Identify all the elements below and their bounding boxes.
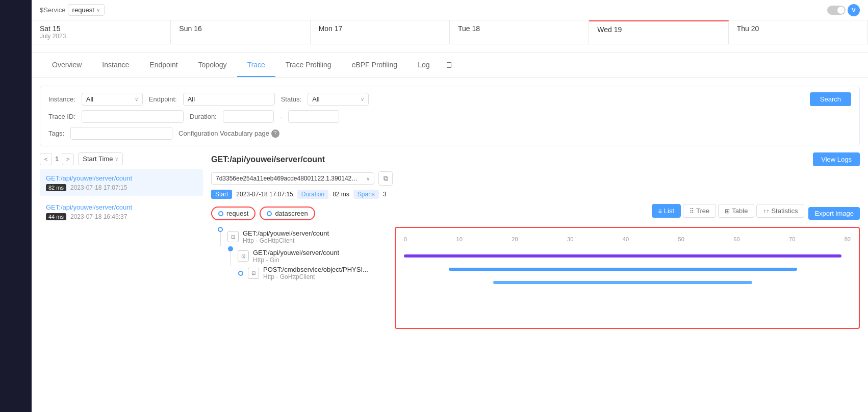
left-sidebar bbox=[0, 0, 32, 412]
tab-icon-note[interactable]: 🗒 bbox=[440, 54, 458, 77]
v-button[interactable]: V bbox=[848, 4, 860, 16]
trace-item-1[interactable]: GET:/api/youwei/server/count 44 ms 2023-… bbox=[40, 198, 203, 225]
ruler-80: 80 bbox=[845, 236, 851, 242]
tab-ebpf-profiling[interactable]: eBPF Profiling bbox=[342, 54, 407, 77]
help-icon[interactable]: ? bbox=[271, 130, 279, 138]
span-filter-datascreen[interactable]: datascreen bbox=[260, 207, 315, 220]
tree-icon: ⠿ bbox=[690, 208, 694, 215]
tab-trace-profiling[interactable]: Trace Profiling bbox=[275, 54, 342, 77]
timeline-bar-row-0 bbox=[404, 254, 851, 258]
instance-select[interactable]: All ∨ bbox=[82, 93, 143, 106]
calendar-days: Sat 15 July 2023 Sun 16 Mon 17 Tue 18 We… bbox=[32, 20, 868, 44]
timeline-ruler: 0 10 20 30 40 50 60 70 80 bbox=[404, 236, 851, 242]
calendar-day-mon17[interactable]: Mon 17 bbox=[311, 20, 450, 44]
search-button[interactable]: Search bbox=[810, 92, 851, 106]
trace-item-0[interactable]: GET:/api/youwei/server/count 82 ms 2023-… bbox=[40, 169, 203, 196]
ruler-30: 30 bbox=[567, 236, 573, 242]
view-statistics-button[interactable]: ↑↑ Statistics bbox=[756, 204, 804, 218]
trace-detail-title: GET:/api/youwei/server/count bbox=[211, 155, 325, 164]
span-filter-request[interactable]: request bbox=[211, 207, 256, 220]
tab-log[interactable]: Log bbox=[407, 54, 440, 77]
tab-trace[interactable]: Trace bbox=[237, 54, 275, 77]
list-icon: ≡ bbox=[658, 208, 662, 215]
tab-topology[interactable]: Topology bbox=[188, 54, 237, 77]
calendar-day-sun16[interactable]: Sun 16 bbox=[171, 20, 310, 44]
tree-label: Tree bbox=[696, 207, 709, 215]
span-dot-0 bbox=[218, 227, 223, 232]
status-select[interactable]: All ∨ bbox=[308, 93, 369, 106]
span-dot-2 bbox=[238, 271, 243, 276]
span-icon-0: ⊡ bbox=[227, 231, 239, 242]
app-wrapper: $Service request ∨ V Sat 15 July 2023 bbox=[0, 0, 868, 412]
trace-item-url-0: GET:/api/youwei/server/count bbox=[46, 174, 197, 182]
trace-id-selector[interactable]: 7d3356ee254a11eeb469acde48001122.1.39014… bbox=[211, 172, 374, 185]
trace-id-label: Trace ID: bbox=[48, 113, 75, 120]
duration-value: 82 ms bbox=[333, 191, 349, 198]
export-image-button[interactable]: Export image bbox=[808, 207, 860, 220]
status-value: All bbox=[312, 95, 319, 103]
service-chevron-icon: ∨ bbox=[96, 7, 100, 13]
list-label: List bbox=[664, 207, 674, 215]
ruler-40: 40 bbox=[623, 236, 629, 242]
copy-trace-id-button[interactable]: ⧉ bbox=[378, 171, 393, 186]
day-name-thu20: Thu 20 bbox=[737, 24, 859, 33]
trace-content: Instance: All ∨ Endpoint: All Status: Al… bbox=[32, 78, 868, 337]
trace-id-chevron-icon: ∨ bbox=[366, 176, 370, 182]
status-chevron-icon: ∨ bbox=[361, 96, 364, 102]
status-label: Status: bbox=[281, 95, 301, 103]
config-link[interactable]: Configuration Vocabulary page ? bbox=[178, 130, 279, 138]
sort-label: Start Time bbox=[83, 155, 113, 163]
calendar-day-thu20[interactable]: Thu 20 bbox=[729, 20, 868, 44]
ruler-10: 10 bbox=[456, 236, 463, 242]
ruler-0: 0 bbox=[404, 236, 407, 242]
view-list-button[interactable]: ≡ List bbox=[652, 204, 681, 218]
span-sub-0: Http - GoHttpClient bbox=[243, 237, 329, 244]
toggle-area: V bbox=[827, 4, 860, 16]
view-tree-button[interactable]: ⠿ Tree bbox=[683, 204, 716, 218]
trace-time-0: 2023-07-18 17:07:15 bbox=[70, 184, 127, 191]
tab-overview[interactable]: Overview bbox=[42, 54, 92, 77]
main-content: $Service request ∨ V Sat 15 July 2023 bbox=[32, 0, 868, 412]
endpoint-select[interactable]: All bbox=[183, 93, 275, 106]
instance-chevron-icon: ∨ bbox=[135, 96, 138, 102]
prev-page-button[interactable]: < bbox=[40, 153, 52, 165]
trace-list-header: < 1 > Start Time ∨ bbox=[40, 152, 203, 165]
ruler-70: 70 bbox=[789, 236, 795, 242]
tags-input[interactable] bbox=[70, 127, 172, 140]
trace-item-meta-0: 82 ms 2023-07-18 17:07:15 bbox=[46, 184, 197, 191]
timeline-bar-2 bbox=[493, 281, 752, 284]
span-name-2: POST:/cmdbservice/object/PHYSI... bbox=[263, 266, 368, 273]
view-table-button[interactable]: ⊞ Table bbox=[718, 204, 754, 218]
tab-endpoint[interactable]: Endpoint bbox=[139, 54, 188, 77]
duration-from-input[interactable] bbox=[223, 110, 274, 123]
calendar-day-tue18[interactable]: Tue 18 bbox=[450, 20, 589, 44]
tab-instance[interactable]: Instance bbox=[92, 54, 139, 77]
trace-id-input[interactable] bbox=[82, 110, 184, 123]
filter-row-2: Trace ID: Duration: - bbox=[48, 110, 851, 123]
trace-item-url-1: GET:/api/youwei/server/count bbox=[46, 203, 197, 211]
calendar-day-wed19[interactable]: Wed 19 bbox=[589, 20, 728, 44]
calendar-day-sat15[interactable]: Sat 15 July 2023 bbox=[32, 20, 171, 44]
span-list: ⊡ GET:/api/youwei/server/count Http - Go… bbox=[211, 227, 395, 329]
span-filter-dot-request bbox=[218, 211, 223, 216]
duration-to-input[interactable] bbox=[288, 110, 339, 123]
span-dot-1 bbox=[228, 246, 233, 251]
span-line-1 bbox=[231, 251, 231, 266]
duration-label: Duration: bbox=[190, 113, 217, 120]
spans-tag: Spans bbox=[353, 190, 379, 199]
sort-select[interactable]: Start Time ∨ bbox=[78, 152, 123, 165]
start-tag: Start bbox=[211, 190, 232, 199]
span-filter-label-request: request bbox=[226, 210, 248, 217]
nav-tabs: Overview Instance Endpoint Topology Trac… bbox=[32, 53, 868, 78]
trace-badge-1: 44 ms bbox=[46, 213, 66, 220]
filter-row-3: Tags: Configuration Vocabulary page ? bbox=[48, 127, 851, 140]
toggle-switch[interactable] bbox=[827, 6, 846, 15]
day-name-tue18: Tue 18 bbox=[458, 24, 580, 33]
next-page-button[interactable]: > bbox=[62, 153, 74, 165]
trace-item-meta-1: 44 ms 2023-07-18 16:45:37 bbox=[46, 213, 197, 220]
ruler-60: 60 bbox=[733, 236, 739, 242]
service-dropdown[interactable]: request ∨ bbox=[68, 4, 105, 16]
span-sub-2: Http - GoHttpClient bbox=[263, 273, 368, 280]
view-logs-button[interactable]: View Logs bbox=[813, 152, 860, 166]
span-icon-2: ⊡ bbox=[248, 268, 259, 279]
